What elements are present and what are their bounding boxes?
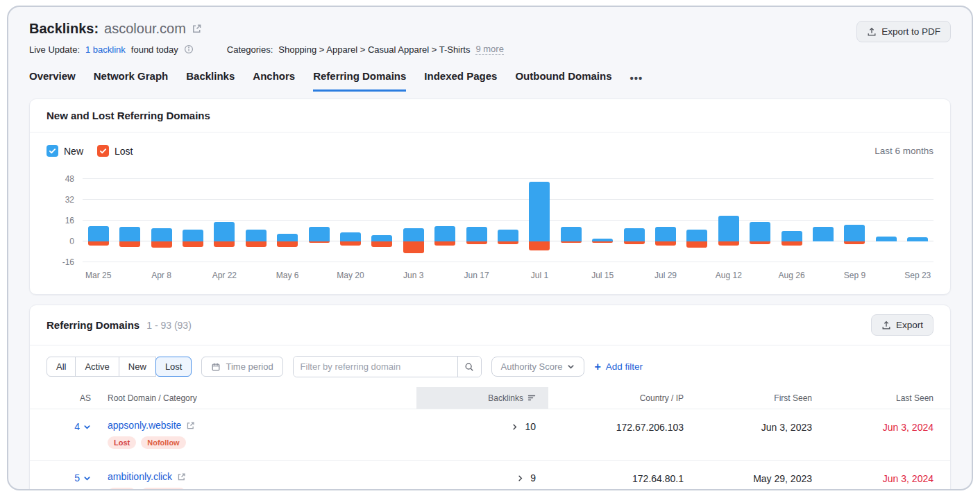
new-bar[interactable] [403, 228, 424, 241]
bar-group-jul-8[interactable] [555, 179, 586, 262]
new-bar[interactable] [246, 230, 267, 241]
new-bar[interactable] [844, 225, 865, 241]
lost-bar[interactable] [782, 241, 802, 246]
live-update-link[interactable]: 1 backlink [85, 44, 126, 55]
new-bar[interactable] [529, 182, 550, 241]
new-bar[interactable] [624, 228, 645, 241]
bar-group-jul-22[interactable] [618, 179, 650, 262]
time-period-button[interactable]: Time period [201, 357, 282, 377]
column-last-seen[interactable]: Last Seen [812, 387, 933, 409]
new-bar[interactable] [309, 227, 330, 241]
lost-bar[interactable] [844, 241, 865, 244]
filter-lost-button[interactable]: Lost [155, 357, 192, 377]
filter-all-button[interactable]: All [47, 357, 76, 377]
tab-overview[interactable]: Overview [29, 70, 76, 92]
domain-filter-input[interactable] [294, 357, 457, 377]
lost-bar[interactable] [214, 241, 235, 247]
tab-network-graph[interactable]: Network Graph [94, 70, 169, 92]
column-country-ip[interactable]: Country / IP [548, 387, 684, 409]
column-first-seen[interactable]: First Seen [684, 387, 812, 409]
new-bar[interactable] [277, 234, 298, 241]
new-bar[interactable] [907, 237, 928, 241]
search-button[interactable] [457, 357, 481, 377]
new-bar[interactable] [686, 230, 707, 241]
bar-group-jul-15[interactable] [587, 179, 618, 262]
bar-group-jun-24[interactable] [492, 179, 523, 262]
chevron-right-icon[interactable] [516, 474, 524, 482]
legend-item-new[interactable]: New [47, 145, 83, 157]
bar-group-sep-16[interactable] [870, 179, 902, 262]
bar-group-jun-10[interactable] [429, 179, 460, 262]
external-link-icon[interactable] [177, 472, 186, 481]
bar-group-may-27[interactable] [366, 179, 398, 262]
lost-bar[interactable] [119, 241, 140, 247]
lost-bar[interactable] [371, 241, 392, 247]
bar-group-aug-12[interactable] [713, 179, 744, 262]
filter-active-button[interactable]: Active [75, 357, 119, 377]
external-link-icon[interactable] [186, 421, 195, 430]
lost-bar[interactable] [686, 241, 707, 248]
new-bar[interactable] [655, 227, 676, 241]
new-bar[interactable] [782, 231, 802, 241]
bar-group-may-13[interactable] [303, 179, 335, 262]
lost-checkbox[interactable] [97, 145, 109, 157]
bar-group-aug-19[interactable] [745, 179, 776, 262]
lost-bar[interactable] [718, 241, 739, 246]
tab-anchors[interactable]: Anchors [253, 70, 295, 92]
new-bar[interactable] [813, 227, 834, 241]
domain-link[interactable]: ambitionly.click [108, 471, 172, 482]
bar-group-aug-5[interactable] [682, 179, 713, 262]
as-score[interactable]: 4 [47, 420, 91, 432]
bar-group-sep-2[interactable] [807, 179, 838, 262]
new-checkbox[interactable] [47, 145, 58, 157]
as-score[interactable]: 5 [47, 471, 91, 484]
lost-bar[interactable] [592, 241, 613, 243]
bar-group-mar-25[interactable] [83, 179, 114, 262]
more-tabs-icon[interactable]: ••• [630, 72, 643, 92]
new-bar[interactable] [750, 222, 770, 241]
new-bar[interactable] [876, 237, 897, 242]
column-backlinks[interactable]: Backlinks [416, 387, 548, 409]
new-bar[interactable] [214, 222, 235, 241]
new-bar[interactable] [88, 226, 109, 242]
bar-group-jun-17[interactable] [461, 179, 492, 262]
column-as[interactable]: AS [47, 387, 91, 409]
legend-item-lost[interactable]: Lost [97, 145, 133, 157]
domain-link[interactable]: appsonly.website [108, 420, 181, 431]
lost-bar[interactable] [498, 241, 518, 244]
export-to-pdf-button[interactable]: Export to PDF [856, 21, 951, 42]
new-bar[interactable] [119, 227, 140, 241]
lost-bar[interactable] [183, 241, 203, 247]
info-icon[interactable] [184, 44, 194, 54]
tab-indexed-pages[interactable]: Indexed Pages [424, 70, 497, 92]
lost-bar[interactable] [246, 241, 267, 247]
bar-group-jul-29[interactable] [650, 179, 681, 262]
bar-group-aug-26[interactable] [776, 179, 807, 262]
new-bar[interactable] [151, 228, 172, 241]
export-button[interactable]: Export [871, 314, 933, 336]
bar-group-apr-22[interactable] [209, 179, 240, 262]
bar-group-jun-3[interactable] [398, 179, 429, 262]
lost-bar[interactable] [434, 241, 455, 246]
new-bar[interactable] [434, 226, 455, 242]
lost-bar[interactable] [309, 241, 330, 243]
lost-bar[interactable] [88, 241, 109, 246]
bar-group-apr-29[interactable] [240, 179, 271, 262]
lost-bar[interactable] [277, 241, 298, 247]
lost-bar[interactable] [561, 241, 582, 243]
lost-bar[interactable] [655, 241, 676, 246]
lost-bar[interactable] [403, 241, 424, 253]
bar-group-jul-1[interactable] [524, 179, 555, 262]
column-root-domain[interactable]: Root Domain / Category [91, 387, 416, 409]
categories-more-link[interactable]: 9 more [475, 44, 503, 55]
bar-group-may-6[interactable] [271, 179, 303, 262]
bar-group-sep-9[interactable] [839, 179, 870, 262]
external-link-icon[interactable] [192, 24, 202, 34]
new-bar[interactable] [466, 227, 487, 241]
authority-score-dropdown[interactable]: Authority Score [491, 357, 585, 377]
tab-outbound-domains[interactable]: Outbound Domains [515, 70, 611, 92]
add-filter-button[interactable]: + Add filter [594, 361, 643, 373]
bar-group-apr-1[interactable] [114, 179, 145, 262]
bar-group-may-20[interactable] [335, 179, 366, 262]
new-bar[interactable] [498, 230, 518, 241]
